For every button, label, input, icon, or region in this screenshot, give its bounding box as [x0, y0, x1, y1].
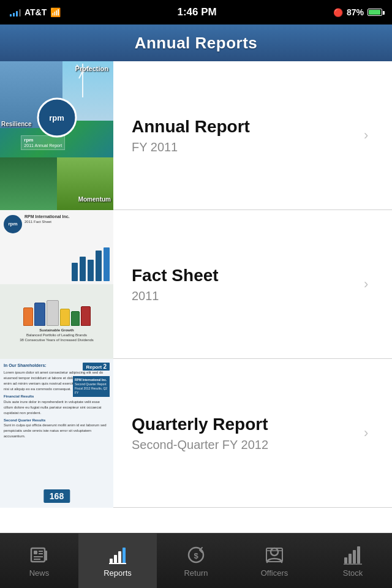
page-title: Annual Reports [135, 34, 258, 53]
officers-icon [263, 544, 285, 566]
clock: 1:46 PM [178, 6, 217, 18]
tab-return[interactable]: $ Return [157, 533, 235, 588]
newspaper-icon [28, 544, 50, 566]
return-icon: $ [185, 544, 207, 566]
svg-text:$: $ [194, 551, 198, 560]
bluetooth-icon: 🔴 [333, 8, 343, 17]
svg-rect-12 [110, 559, 113, 563]
tab-return-label: Return [184, 568, 208, 578]
tab-officers-label: Officers [261, 568, 288, 578]
quarterly-report-title: Quarterly Report [132, 415, 345, 434]
svg-rect-13 [114, 555, 117, 563]
fact-sheet-info: Fact Sheet 2011 [113, 254, 364, 315]
tab-reports-label: Reports [104, 568, 132, 578]
tab-stock[interactable]: Stock [314, 533, 392, 588]
status-right: 🔴 87% [333, 7, 382, 17]
svg-rect-22 [344, 557, 347, 564]
quarterly-report-chevron: › [364, 425, 382, 441]
fact-sheet-thumbnail: rpm RPM International Inc. 2011 Fact She… [0, 210, 113, 359]
wifi-icon: 📶 [50, 7, 61, 17]
svg-rect-15 [123, 548, 126, 563]
reports-icon [107, 544, 129, 566]
reports-list: rpm Protection Resilience Momentum rpm 2… [0, 61, 392, 533]
status-bar: AT&T 📶 1:46 PM 🔴 87% [0, 0, 392, 24]
annual-report-subtitle: FY 2011 [132, 140, 345, 154]
tab-stock-label: Stock [343, 568, 363, 578]
tab-news[interactable]: News [0, 533, 78, 588]
svg-rect-6 [34, 551, 37, 554]
svg-point-19 [271, 548, 278, 556]
quarterly-report-info: Quarterly Report Second-Quarter FY 2012 [113, 402, 364, 464]
annual-report-info: Annual Report FY 2011 [113, 105, 364, 167]
tab-reports[interactable]: Reports [78, 533, 157, 588]
quarterly-report-thumbnail: In Our Shareholders: Lorem ipsum dolor s… [0, 359, 113, 508]
svg-rect-25 [357, 546, 360, 564]
quarterly-report-subtitle: Second-Quarter FY 2012 [132, 438, 345, 452]
svg-rect-23 [349, 554, 352, 564]
annual-report-thumbnail: rpm Protection Resilience Momentum rpm 2… [0, 61, 113, 210]
svg-rect-11 [44, 551, 47, 560]
annual-report-chevron: › [364, 127, 382, 143]
battery-pct-label: 87% [347, 7, 364, 17]
fact-sheet-chevron: › [364, 276, 382, 292]
status-left: AT&T 📶 [10, 7, 61, 17]
tab-news-label: News [29, 568, 50, 578]
fact-sheet-title: Fact Sheet [132, 266, 345, 285]
battery-indicator [368, 9, 382, 16]
fact-sheet-subtitle: 2011 [132, 289, 345, 303]
page-header: Annual Reports [0, 24, 392, 61]
stock-icon [342, 544, 364, 566]
tab-bar: News Reports $ Return [0, 533, 392, 588]
tab-officers[interactable]: Officers [235, 533, 314, 588]
svg-rect-14 [118, 551, 121, 563]
annual-report-title: Annual Report [132, 117, 345, 137]
fact-sheet-item[interactable]: rpm RPM International Inc. 2011 Fact She… [0, 210, 392, 359]
svg-rect-24 [353, 550, 356, 564]
annual-report-item[interactable]: rpm Protection Resilience Momentum rpm 2… [0, 61, 392, 210]
carrier-label: AT&T [24, 7, 47, 17]
signal-bars-icon [10, 8, 21, 17]
quarterly-report-item[interactable]: In Our Shareholders: Lorem ipsum dolor s… [0, 359, 392, 508]
